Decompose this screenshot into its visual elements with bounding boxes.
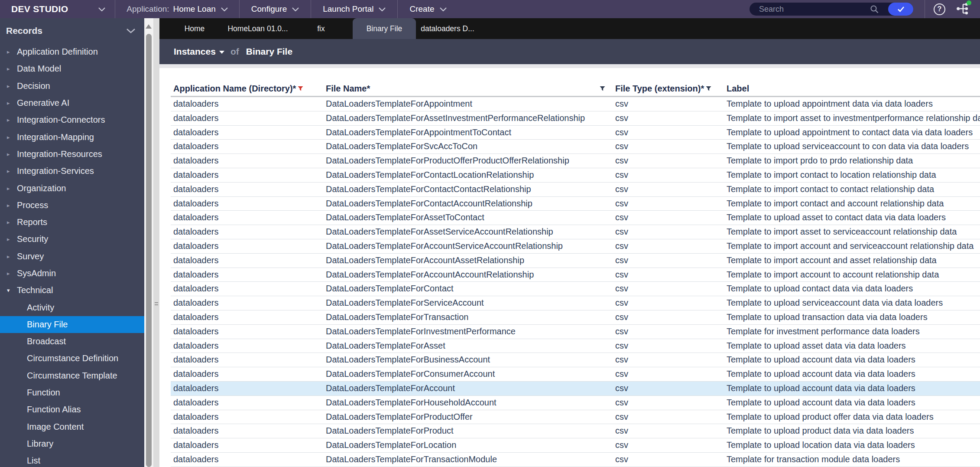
help-button[interactable]: ?: [934, 3, 945, 15]
application-value: Home Loan: [173, 4, 216, 14]
table-row[interactable]: dataloadersDataLoadersTemplateForService…: [171, 296, 980, 310]
tab-dataloaders-d[interactable]: dataloaders D...: [416, 18, 479, 39]
sidebar-item-label: Library: [27, 439, 53, 449]
filter-icon[interactable]: [706, 81, 711, 96]
table-row[interactable]: dataloadersDataLoadersTemplateForContact…: [171, 183, 980, 197]
sidebar-item-integration-mapping[interactable]: ▸Integration-Mapping: [0, 128, 144, 145]
table-row[interactable]: dataloadersDataLoadersTemplateForBusines…: [171, 353, 980, 367]
sidebar-item-broadcast[interactable]: Broadcast: [0, 333, 144, 350]
sidebar-item-data-model[interactable]: ▸Data Model: [0, 60, 144, 77]
tab-homeloan-01-0[interactable]: HomeLoan 01.0...: [226, 18, 289, 39]
sidebar-item-integration-connectors[interactable]: ▸Integration-Connectors: [0, 111, 144, 128]
sidebar-item-function-alias[interactable]: Function Alias: [0, 401, 144, 418]
sidebar-item-activity[interactable]: Activity: [0, 299, 144, 316]
caret-down-icon[interactable]: [219, 51, 224, 54]
table-row[interactable]: dataloadersDataLoadersTemplateForTransac…: [171, 453, 980, 467]
table-row[interactable]: dataloadersDataLoadersTemplateForProduct…: [171, 154, 980, 168]
table-row[interactable]: dataloadersDataLoadersTemplateForAccount…: [171, 382, 980, 396]
sidebar-item-application-definition[interactable]: ▸Application Definition: [0, 43, 144, 60]
sidebar-item-process[interactable]: ▸Process: [0, 197, 144, 214]
sidebar-item-reports[interactable]: ▸Reports: [0, 214, 144, 231]
table-row[interactable]: dataloadersDataLoadersTemplateForHouseho…: [171, 396, 980, 410]
scroll-up-arrow-icon[interactable]: [146, 24, 152, 29]
triangle-collapsed-icon[interactable]: ▸: [7, 185, 17, 192]
table-row[interactable]: dataloadersDataLoadersTemplateForAccount…: [171, 254, 980, 268]
cell-application-name: dataloaders: [173, 396, 219, 410]
brand-menu-button[interactable]: [98, 7, 105, 11]
triangle-collapsed-icon[interactable]: ▸: [7, 117, 17, 123]
application-menu[interactable]: Application: Home Loan: [115, 0, 239, 18]
table-row[interactable]: dataloadersDataLoadersTemplateForInvestm…: [171, 325, 980, 339]
cell-file-type: csv: [615, 382, 628, 396]
column-header-file-name[interactable]: File Name*: [326, 81, 370, 96]
splitter-grip-icon[interactable]: [155, 302, 158, 307]
search-submit-button[interactable]: [888, 3, 913, 16]
sidebar-item-survey[interactable]: ▸Survey: [0, 248, 144, 265]
triangle-collapsed-icon[interactable]: ▸: [7, 253, 17, 260]
table-row[interactable]: dataloadersDataLoadersTemplateForAccount…: [171, 268, 980, 282]
table-row[interactable]: dataloadersDataLoadersTemplateForAppoint…: [171, 126, 980, 140]
triangle-collapsed-icon[interactable]: ▸: [7, 202, 17, 209]
triangle-collapsed-icon[interactable]: ▸: [7, 100, 17, 106]
sidebar-scrollbar[interactable]: [144, 18, 153, 467]
triangle-collapsed-icon[interactable]: ▸: [7, 65, 17, 72]
triangle-collapsed-icon[interactable]: ▸: [7, 151, 17, 157]
triangle-collapsed-icon[interactable]: ▸: [7, 219, 17, 225]
sidebar-item-function[interactable]: Function: [0, 384, 144, 401]
triangle-collapsed-icon[interactable]: ▸: [7, 236, 17, 242]
instances-dropdown[interactable]: Instances: [174, 46, 216, 57]
column-header-application-name[interactable]: Application Name (Directory)*: [173, 81, 303, 96]
table-row[interactable]: dataloadersDataLoadersTemplateForProduct…: [171, 410, 980, 425]
table-row[interactable]: dataloadersDataLoadersTemplateForAssetSe…: [171, 225, 980, 239]
table-row[interactable]: dataloadersDataLoadersTemplateForAppoint…: [171, 97, 980, 111]
configure-menu[interactable]: Configure: [240, 0, 311, 18]
sidebar-item-integration-services[interactable]: ▸Integration-Services: [0, 163, 144, 180]
operator-menu-button[interactable]: [956, 2, 970, 16]
column-header-label[interactable]: Label: [727, 81, 749, 96]
table-row[interactable]: dataloadersDataLoadersTemplateForTransac…: [171, 310, 980, 325]
tab-home[interactable]: Home: [163, 18, 226, 39]
filter-active-icon[interactable]: [298, 81, 303, 96]
table-row[interactable]: dataloadersDataLoadersTemplateForAssetTo…: [171, 211, 980, 225]
sidebar-item-generative-ai[interactable]: ▸Generative AI: [0, 95, 144, 111]
sidebar-item-organization[interactable]: ▸Organization: [0, 180, 144, 196]
triangle-expanded-icon[interactable]: ▾: [7, 287, 17, 294]
table-row[interactable]: dataloadersDataLoadersTemplateForContact…: [171, 197, 980, 211]
sidebar-item-circumstance-definition[interactable]: Circumstance Definition: [0, 350, 144, 367]
cell-label: Template to import account and serviceac…: [727, 239, 974, 254]
sidebar-item-list[interactable]: List: [0, 452, 144, 467]
column-header-file-type[interactable]: File Type (extension)*: [615, 81, 711, 96]
table-row[interactable]: dataloadersDataLoadersTemplateForAssetcs…: [171, 339, 980, 353]
sidebar-item-technical[interactable]: ▾Technical: [0, 282, 144, 299]
tab-binary-file[interactable]: Binary File: [353, 18, 416, 39]
filter-icon[interactable]: [600, 81, 605, 96]
triangle-collapsed-icon[interactable]: ▸: [7, 270, 17, 277]
sidebar-item-decision[interactable]: ▸Decision: [0, 78, 144, 95]
table-row[interactable]: dataloadersDataLoadersTemplateForLocatio…: [171, 438, 980, 453]
triangle-collapsed-icon[interactable]: ▸: [7, 49, 17, 55]
records-header[interactable]: Records: [0, 18, 144, 43]
sidebar-item-library[interactable]: Library: [0, 435, 144, 452]
table-row[interactable]: dataloadersDataLoadersTemplateForContact…: [171, 282, 980, 296]
panel-splitter[interactable]: [153, 18, 159, 467]
tab-fix[interactable]: fix: [289, 18, 353, 39]
sidebar-item-security[interactable]: ▸Security: [0, 231, 144, 248]
table-row[interactable]: dataloadersDataLoadersTemplateForAssetIn…: [171, 111, 980, 126]
cell-file-name: DataLoadersTemplateForProductOfferProduc…: [326, 154, 569, 168]
table-row[interactable]: dataloadersDataLoadersTemplateForContact…: [171, 168, 980, 183]
sidebar-item-circumstance-template[interactable]: Circumstance Template: [0, 367, 144, 384]
sidebar-item-integration-resources[interactable]: ▸Integration-Resources: [0, 146, 144, 163]
launch-portal-menu[interactable]: Launch Portal: [311, 0, 397, 18]
table-row[interactable]: dataloadersDataLoadersTemplateForConsume…: [171, 367, 980, 382]
sidebar-item-binary-file[interactable]: Binary File: [0, 316, 144, 333]
table-row[interactable]: dataloadersDataLoadersTemplateForAccount…: [171, 239, 980, 254]
sidebar-item-image-content[interactable]: Image Content: [0, 418, 144, 435]
create-menu[interactable]: Create: [398, 0, 458, 18]
scrollbar-thumb[interactable]: [146, 34, 152, 467]
triangle-collapsed-icon[interactable]: ▸: [7, 83, 17, 89]
sidebar-item-sysadmin[interactable]: ▸SysAdmin: [0, 265, 144, 282]
triangle-collapsed-icon[interactable]: ▸: [7, 134, 17, 140]
table-row[interactable]: dataloadersDataLoadersTemplateForProduct…: [171, 424, 980, 438]
table-row[interactable]: dataloadersDataLoadersTemplateForSvcAccT…: [171, 140, 980, 154]
triangle-collapsed-icon[interactable]: ▸: [7, 168, 17, 174]
